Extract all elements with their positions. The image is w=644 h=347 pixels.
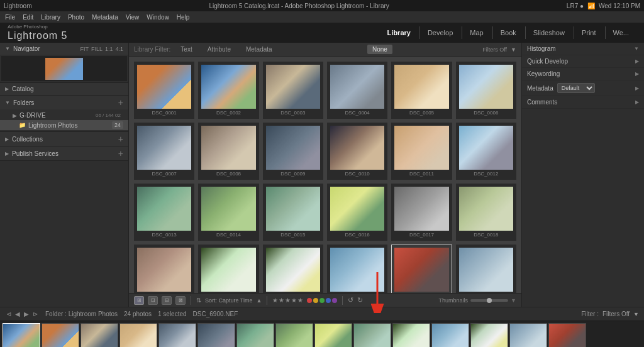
thumbnail-cell[interactable]: DSC_0021 (263, 245, 323, 293)
quick-develop-panel[interactable]: Quick Develop ▶ (522, 55, 644, 68)
menu-file[interactable]: File (5, 14, 15, 21)
nav-fill[interactable]: FILL (91, 46, 103, 52)
publish-services-header[interactable]: ▶ Publish Services + (0, 146, 128, 160)
nav-1-1[interactable]: 1:1 (105, 46, 113, 52)
thumbnail-cell[interactable]: DSC_0016 (327, 184, 387, 241)
color-red[interactable] (307, 298, 312, 303)
thumbnail-cell[interactable]: DSC_0001 (134, 62, 194, 119)
thumbnail-cell[interactable]: DSC_0019 (134, 245, 194, 293)
filmstrip-thumb[interactable] (509, 323, 547, 348)
menu-library[interactable]: Library (41, 14, 60, 21)
thumbnail-cell[interactable]: DSC_0015 (263, 184, 323, 241)
nav-fit[interactable]: FIT (80, 46, 89, 52)
nav-next[interactable]: ▶ (23, 311, 30, 317)
thumbnail-cell[interactable]: DSC_0018 (456, 184, 516, 241)
folder-lightroom-photos[interactable]: 📁 Lightroom Photos 24 (0, 120, 128, 130)
publish-add-btn[interactable]: + (118, 149, 123, 158)
rotate-ccw-icon[interactable]: ↺ (348, 296, 353, 304)
nav-prev[interactable]: ◀ (14, 311, 21, 317)
thumbnail-cell[interactable]: DSC_0003 (263, 62, 323, 119)
thumbnail-cell[interactable]: DSC_0007 (134, 123, 194, 180)
loupe-view-btn[interactable]: ⊡ (148, 296, 158, 305)
filmstrip-thumb[interactable] (548, 323, 586, 348)
thumbnail-cell[interactable]: DSC_0023 (391, 245, 452, 293)
filter-status-arrow[interactable]: ▼ (633, 311, 639, 317)
tab-web[interactable]: We... (605, 26, 636, 39)
folder-gdrive[interactable]: ▶ G-DRIVE 06 / 144 02 (0, 111, 128, 120)
rotate-cw-icon[interactable]: ↻ (357, 296, 363, 304)
menu-help[interactable]: Help (177, 14, 190, 21)
thumbnail-cell[interactable]: DSC_0009 (263, 123, 323, 180)
catalog-header[interactable]: ▶ Catalog (0, 83, 128, 95)
thumbnail-cell[interactable]: DSC_0005 (391, 62, 452, 119)
filmstrip-thumb[interactable] (3, 323, 40, 348)
thumbnail-cell[interactable]: DSC_6900 (456, 245, 516, 293)
filter-attribute[interactable]: Attribute (203, 45, 236, 54)
star3[interactable]: ★ (285, 297, 291, 304)
app-menu-lightroom[interactable]: Lightroom (4, 3, 31, 9)
filmstrip-thumb[interactable] (353, 323, 391, 348)
thumbnail-cell[interactable]: DSC_0014 (198, 184, 258, 241)
compare-view-btn[interactable]: ⊟ (162, 296, 172, 305)
filmstrip-thumb[interactable] (431, 323, 469, 348)
thumbnail-cell[interactable]: DSC_0010 (327, 123, 387, 180)
thumbnail-cell[interactable]: DSC_0011 (391, 123, 452, 180)
filter-metadata[interactable]: Metadata (241, 45, 277, 54)
comments-panel[interactable]: Comments ▶ (522, 96, 644, 109)
metadata-panel[interactable]: Metadata Default ▶ (522, 80, 644, 96)
filmstrip-thumb[interactable] (392, 323, 430, 348)
tab-book[interactable]: Book (492, 26, 524, 39)
tab-map[interactable]: Map (462, 26, 491, 39)
sort-direction[interactable]: ▲ (257, 297, 262, 304)
menu-metadata[interactable]: Metadata (92, 14, 118, 21)
menu-window[interactable]: Window (147, 14, 169, 21)
color-purple[interactable] (332, 298, 337, 303)
grid-view-btn[interactable]: ⊞ (134, 296, 144, 305)
collections-header[interactable]: ▶ Collections + (0, 132, 128, 146)
star5[interactable]: ★ (297, 297, 303, 304)
filmstrip-thumb[interactable] (470, 323, 508, 348)
menu-edit[interactable]: Edit (23, 14, 33, 21)
filter-text[interactable]: Text (175, 45, 197, 54)
thumb-size-slider[interactable] (470, 299, 508, 302)
thumbnail-cell[interactable]: DSC_0008 (198, 123, 258, 180)
navigator-header[interactable]: ▼ Navigator FIT FILL 1:1 4:1 (0, 43, 128, 55)
menu-view[interactable]: View (126, 14, 140, 21)
tab-library[interactable]: Library (380, 26, 418, 39)
menu-photo[interactable]: Photo (68, 14, 84, 21)
color-yellow[interactable] (313, 298, 318, 303)
thumbnail-cell[interactable]: DSC_0013 (134, 184, 194, 241)
filter-none[interactable]: None (367, 45, 392, 54)
color-blue[interactable] (326, 298, 331, 303)
histogram-panel[interactable]: Histogram ▼ (522, 43, 644, 55)
filmstrip-thumb[interactable] (80, 323, 118, 348)
keywording-panel[interactable]: Keywording ▶ (522, 68, 644, 80)
metadata-preset-select[interactable]: Default (557, 83, 595, 93)
filmstrip-thumb[interactable] (197, 323, 235, 348)
filmstrip-thumb[interactable] (275, 323, 313, 348)
thumbnail-cell[interactable]: DSC_0004 (327, 62, 387, 119)
thumbnail-cell[interactable]: DSC_0022 (327, 245, 387, 293)
filmstrip-thumb[interactable] (158, 323, 196, 348)
filmstrip-thumb[interactable] (314, 323, 352, 348)
folders-add-btn[interactable]: + (118, 98, 123, 107)
nav-next-next[interactable]: ⊳ (31, 311, 39, 317)
color-green[interactable] (319, 298, 325, 303)
folders-header[interactable]: ▼ Folders + (0, 96, 128, 109)
survey-view-btn[interactable]: ⊠ (175, 296, 186, 305)
tab-slideshow[interactable]: Slideshow (525, 26, 572, 39)
thumbnail-cell[interactable]: DSC_0006 (456, 62, 516, 119)
thumb-size-handle[interactable] (487, 298, 492, 303)
star1[interactable]: ★ (272, 297, 278, 304)
thumbnail-cell[interactable]: DSC_0020 (198, 245, 258, 293)
collections-add-btn[interactable]: + (118, 135, 123, 143)
tab-print[interactable]: Print (574, 26, 604, 39)
thumbnail-cell[interactable]: DSC_0002 (198, 62, 258, 119)
nav-4-1[interactable]: 4:1 (115, 46, 123, 52)
tab-develop[interactable]: Develop (419, 26, 460, 39)
filmstrip-thumb[interactable] (236, 323, 274, 348)
thumbnail-cell[interactable]: DSC_0012 (456, 123, 516, 180)
filmstrip-thumb[interactable] (42, 323, 79, 348)
filmstrip-thumb[interactable] (119, 323, 157, 348)
thumbnail-cell[interactable]: DSC_0017 (391, 184, 452, 241)
